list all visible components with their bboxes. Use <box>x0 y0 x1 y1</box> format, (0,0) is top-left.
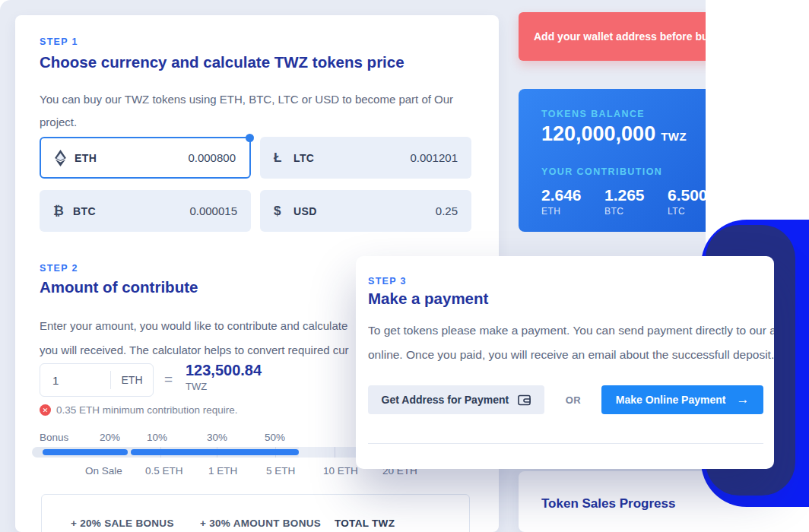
bonus-tick: 5 ETH <box>266 465 295 477</box>
bonus-tick: On Sale <box>85 465 122 477</box>
tokens-balance-value: 120,000,000 <box>541 122 655 146</box>
token-result-unit: TWZ <box>186 381 207 392</box>
bonus-label: Bonus <box>40 432 68 443</box>
step1-description: You can buy our TWZ tokens using ETH, BT… <box>40 88 462 134</box>
currency-tile-eth[interactable]: ETH 0.000800 <box>40 137 251 179</box>
or-label: OR <box>566 394 582 406</box>
get-address-button[interactable]: Get Address for Payment <box>368 385 544 414</box>
contribution-value: 2.646 <box>541 186 582 204</box>
dollar-icon: $ <box>274 204 293 219</box>
currency-code: BTC <box>73 205 96 217</box>
bonus-percent: 10% <box>147 432 167 443</box>
currency-rate: 0.000800 <box>188 151 236 164</box>
step2-title: Amount of contribute <box>40 278 198 296</box>
amount-input-group: ETH <box>40 363 154 397</box>
bitcoin-icon: ₿ <box>53 204 73 219</box>
track-separator <box>335 447 335 458</box>
bonus-progress-fill <box>131 449 299 455</box>
bonus-percent: 30% <box>207 432 227 443</box>
tokens-balance-unit: TWZ <box>661 130 687 143</box>
tokens-balance-card: TOKENS BALANCE 120,000,000 TWZ YOUR CONT… <box>519 89 706 232</box>
sale-bonus-label: + 20% SALE BONUS <box>71 518 174 529</box>
minimum-contribution-error: ✕ 0.35 ETH minimum contribution require. <box>40 404 238 416</box>
contribution-unit: LTC <box>668 206 706 217</box>
currency-rate: 0.001201 <box>410 151 458 164</box>
bonus-tick: 10 ETH <box>323 465 358 477</box>
contribution-unit: ETH <box>541 206 582 217</box>
get-address-button-label: Get Address for Payment <box>382 394 509 406</box>
amount-bonus-label: + 30% AMOUNT BONUS <box>200 518 321 529</box>
currency-code: LTC <box>293 152 314 164</box>
step2-label: STEP 2 <box>40 263 78 274</box>
ethereum-icon <box>55 150 75 166</box>
make-online-payment-label: Make Online Payment <box>616 394 726 406</box>
currency-tile-usd[interactable]: $ USD 0.25 <box>260 190 471 232</box>
tokens-balance-label: TOKENS BALANCE <box>541 109 645 119</box>
error-text: 0.35 ETH minimum contribution require. <box>56 404 238 416</box>
currency-code: USD <box>293 205 317 217</box>
bonus-percent: 20% <box>100 432 120 443</box>
bonus-tick: 0.5 ETH <box>145 465 183 477</box>
step1-title: Choose currency and calculate TWZ tokens… <box>40 53 404 71</box>
currency-code: ETH <box>75 152 97 164</box>
step3-description-line2: online. Once you paid, you will receive … <box>368 343 774 367</box>
contribution-eth: 2.646 ETH <box>541 186 582 217</box>
step1-label: STEP 1 <box>40 36 78 47</box>
page: STEP 1 Choose currency and calculate TWZ… <box>0 0 809 532</box>
bonus-progress-fill <box>43 449 128 455</box>
bonus-summary-box: + 20% SALE BONUS + 30% AMOUNT BONUS TOTA… <box>41 494 470 532</box>
contribution-value: 1.265 <box>604 186 645 204</box>
bonus-tick: 1 ETH <box>208 465 237 477</box>
your-contribution-label: YOUR CONTRIBUTION <box>541 166 662 177</box>
token-sales-progress-title: Token Sales Progress <box>541 496 675 511</box>
arrow-right-icon: → <box>736 392 749 407</box>
contribution-btc: 1.265 BTC <box>604 186 645 217</box>
tokens-balance-row: 120,000,000 TWZ <box>541 122 687 146</box>
amount-currency-label: ETH <box>110 371 153 389</box>
step3-title: Make a payment <box>368 290 488 308</box>
currency-rate: 0.000015 <box>189 204 237 217</box>
token-sales-progress-card: Token Sales Progress <box>519 471 706 532</box>
contribution-unit: BTC <box>604 206 645 217</box>
step3-description-line1: To get tokens please make a payment. You… <box>368 318 774 343</box>
bonus-percent: 50% <box>265 432 285 443</box>
contribution-value: 6.500 <box>668 186 706 204</box>
payment-card: STEP 3 Make a payment To get tokens plea… <box>356 256 774 469</box>
currency-tile-ltc[interactable]: Ł LTC 0.001201 <box>260 137 471 179</box>
wallet-icon <box>518 394 531 406</box>
divider <box>368 443 763 444</box>
litecoin-icon: Ł <box>274 150 293 166</box>
step3-label: STEP 3 <box>368 276 407 287</box>
error-icon: ✕ <box>40 404 51 416</box>
currency-rate: 0.25 <box>436 204 458 217</box>
token-result-value: 123,500.84 <box>186 362 262 379</box>
wallet-alert-banner: Add your wallet address before bu <box>519 12 706 61</box>
contribution-ltc: 6.500 LTC <box>668 186 706 217</box>
payment-buttons-row: Get Address for Payment OR Make Online P… <box>368 385 763 414</box>
make-online-payment-button[interactable]: Make Online Payment → <box>601 385 763 414</box>
selected-dot <box>246 134 254 142</box>
total-twz-label: TOTAL TWZ <box>335 518 395 529</box>
equals-sign: = <box>164 371 173 388</box>
currency-tile-btc[interactable]: ₿ BTC 0.000015 <box>40 190 251 232</box>
amount-input[interactable] <box>40 374 110 387</box>
